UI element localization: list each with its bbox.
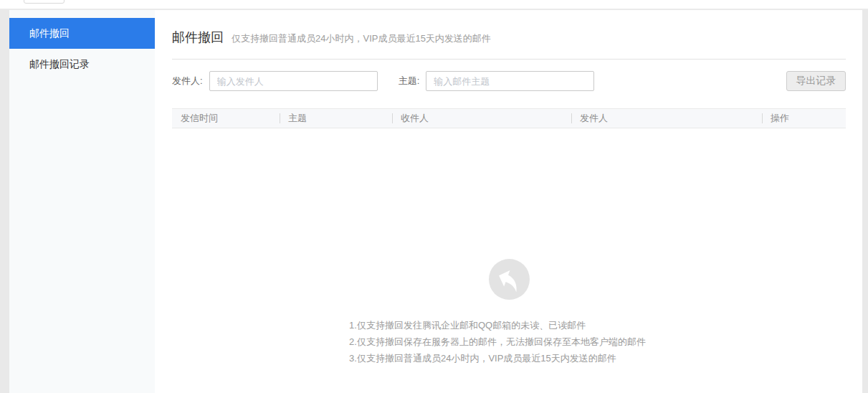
top-bar: [0, 0, 868, 9]
recall-note-line: 3.仅支持撤回普通成员24小时内，VIP成员最近15天内发送的邮件: [349, 350, 646, 366]
sender-label: 发件人:: [172, 75, 203, 87]
column-header-sender: 发件人: [571, 108, 762, 128]
export-records-button[interactable]: 导出记录: [786, 71, 846, 91]
sidebar-item-email-recall[interactable]: 邮件撤回: [9, 18, 155, 49]
page-title: 邮件撤回: [172, 29, 224, 46]
subject-input[interactable]: [426, 71, 594, 91]
table-header-row: 发信时间 主题 收件人 发件人 操作: [172, 108, 846, 128]
email-recall-page: { "colors": { "accent_blue": "#2b7ce9", …: [0, 0, 868, 393]
column-header-action: 操作: [762, 108, 846, 128]
recall-notes: 1.仅支持撤回发往腾讯企业邮和QQ邮箱的未读、已读邮件 2.仅支持撤回保存在服务…: [349, 317, 646, 366]
column-header-subject: 主题: [280, 108, 392, 128]
recall-arrow-icon: [489, 259, 530, 300]
column-header-send-time: 发信时间: [172, 108, 280, 128]
sidebar-item-email-recall-records[interactable]: 邮件撤回记录: [9, 49, 155, 80]
content-area: 邮件撤回 仅支持撤回普通成员24小时内，VIP成员最近15天内发送的邮件 发件人…: [155, 10, 862, 393]
sender-input[interactable]: [209, 71, 378, 91]
main-panel: 邮件撤回 邮件撤回记录 邮件撤回 仅支持撤回普通成员24小时内，VIP成员最近1…: [9, 10, 862, 393]
sidebar: 邮件撤回 邮件撤回记录: [9, 10, 155, 393]
filter-row: 发件人: 主题: 导出记录: [172, 71, 846, 91]
empty-state: 1.仅支持撤回发往腾讯企业邮和QQ邮箱的未读、已读邮件 2.仅支持撤回保存在服务…: [172, 259, 846, 366]
page-subtitle: 仅支持撤回普通成员24小时内，VIP成员最近15天内发送的邮件: [232, 32, 491, 45]
title-row: 邮件撤回 仅支持撤回普通成员24小时内，VIP成员最近15天内发送的邮件: [172, 10, 846, 60]
recall-note-line: 1.仅支持撤回发往腾讯企业邮和QQ邮箱的未读、已读邮件: [349, 317, 646, 333]
subject-label: 主题:: [399, 75, 420, 87]
recall-note-line: 2.仅支持撤回保存在服务器上的邮件，无法撤回保存至本地客户端的邮件: [349, 333, 646, 350]
column-header-recipient: 收件人: [392, 108, 571, 128]
cutoff-top-button[interactable]: [24, 0, 65, 4]
